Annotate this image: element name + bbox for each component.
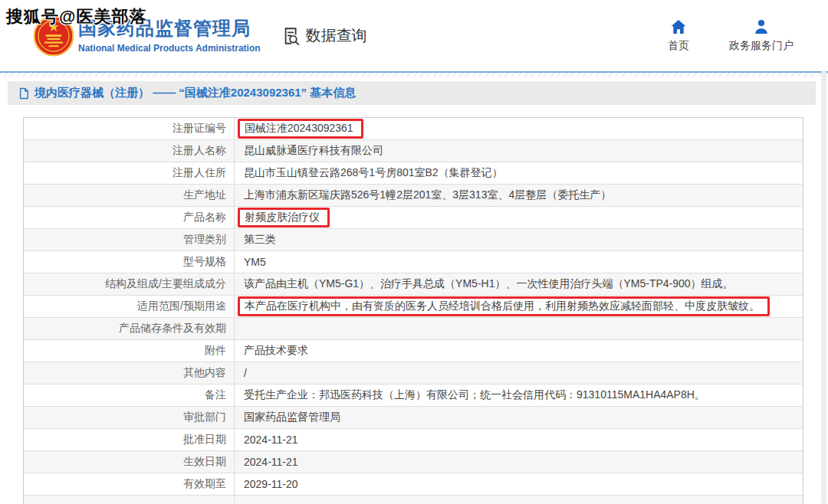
row-value-text: 受托生产企业：邦迅医药科技（上海）有限公司；统一社会信用代码：91310115M…: [244, 388, 705, 402]
table-row: 注册人名称 昆山威脉通医疗科技有限公司: [24, 140, 803, 162]
table-row: 注册人住所 昆山市玉山镇登云路268号1号房801室B2（集群登记）: [24, 162, 803, 185]
home-icon: [670, 19, 687, 34]
nav-portal-label: 政务服务门户: [729, 39, 794, 53]
row-value: 昆山市玉山镇登云路268号1号房801室B2（集群登记）: [235, 162, 803, 184]
user-icon: [753, 19, 770, 34]
sohu-watermark: 搜狐号@医美部落: [6, 5, 146, 28]
row-value-text: 2024-11-21: [244, 434, 298, 446]
row-value: 国家药品监督管理局: [235, 407, 803, 428]
row-label: 审批部门: [24, 407, 235, 428]
row-value-text: 本产品在医疗机构中，由有资质的医务人员经培训合格后使用，利用射频热效应减轻面部轻…: [238, 296, 770, 316]
row-label: 管理类别: [24, 229, 235, 250]
table-row: 批准日期 2024-11-21: [24, 429, 803, 451]
table-row: 有效期至 2029-11-20: [24, 473, 803, 496]
row-value-text: /: [244, 367, 247, 379]
row-label: 备注: [24, 385, 235, 406]
scrollbar[interactable]: [821, 70, 826, 504]
row-value-text: YM5: [244, 256, 266, 268]
table-row: 生效日期 2024-11-21: [24, 451, 803, 473]
row-label: 有效期至: [24, 473, 235, 495]
row-label: 附件: [24, 340, 235, 362]
row-value-text: 国家药品监督管理局: [244, 411, 340, 424]
breadcrumb-text: 境内医疗器械（注册） —— “国械注准20243092361” 基本信息: [34, 86, 356, 100]
row-value-text: 国械注准20243092361: [238, 119, 363, 139]
document-icon: [18, 87, 29, 100]
table-row: 型号规格 YM5: [24, 251, 803, 273]
row-value: [235, 318, 803, 339]
table-row: 管理类别 第三类: [24, 229, 803, 251]
content-wrapper: 境内医疗器械（注册） —— “国械注准20243092361” 基本信息 注册证…: [8, 81, 816, 504]
table-row: [24, 496, 803, 504]
row-value: 本产品在医疗机构中，由有资质的医务人员经培训合格后使用，利用射频热效应减轻面部轻…: [235, 296, 803, 317]
row-label: 其他内容: [24, 362, 235, 384]
row-value: 上海市浦东新区瑞庆路526号1幢2层201室、3层313室、4层整层（委托生产）: [235, 185, 803, 206]
row-value: 2024-11-21: [235, 451, 803, 473]
table-row: 备注 受托生产企业：邦迅医药科技（上海）有限公司；统一社会信用代码：913101…: [24, 385, 803, 407]
table-row: 结构及组成/主要组成成分 该产品由主机（YM5-G1）、治疗手具总成（YM5-H…: [24, 273, 803, 296]
row-value-text: 射频皮肤治疗仪: [238, 208, 330, 227]
row-value-text: 该产品由主机（YM5-G1）、治疗手具总成（YM5-H1）、一次性使用治疗头端（…: [244, 277, 734, 291]
data-query-label: 数据查询: [306, 25, 367, 46]
row-value: 产品技术要求: [235, 340, 803, 362]
row-value: 2029-11-20: [235, 473, 803, 495]
header-nav: 首页 政务服务门户: [668, 19, 794, 53]
row-label: 生产地址: [24, 185, 235, 206]
row-value-text: 2024-11-21: [244, 456, 298, 468]
row-label: 型号规格: [24, 251, 235, 273]
row-value: 国械注准20243092361: [235, 118, 803, 139]
row-label: 适用范围/预期用途: [24, 296, 235, 317]
row-value-text: 昆山市玉山镇登云路268号1号房801室B2（集群登记）: [244, 166, 503, 180]
row-value: [235, 496, 803, 504]
row-label: 产品储存条件及有效期: [24, 318, 235, 339]
table-row: 审批部门 国家药品监督管理局: [24, 407, 803, 429]
row-value: 昆山威脉通医疗科技有限公司: [235, 140, 803, 162]
row-value: /: [235, 362, 803, 384]
table-row: 注册证编号 国械注准20243092361: [24, 118, 803, 140]
nav-home-label: 首页: [668, 39, 689, 53]
agency-name-en: National Medical Products Administration: [78, 43, 261, 54]
row-value-text: 2029-11-20: [244, 478, 298, 490]
row-value: YM5: [235, 251, 803, 273]
table-row: 其他内容 /: [24, 362, 803, 385]
row-value-text: 产品技术要求: [244, 344, 308, 358]
row-value-text: 第三类: [244, 233, 276, 247]
nav-item-home[interactable]: 首页: [668, 19, 689, 53]
row-value: 该产品由主机（YM5-G1）、治疗手具总成（YM5-H1）、一次性使用治疗头端（…: [235, 273, 803, 295]
table-row: 生产地址 上海市浦东新区瑞庆路526号1幢2层201室、3层313室、4层整层（…: [24, 185, 803, 207]
table-row: 产品名称 射频皮肤治疗仪: [24, 207, 803, 229]
nav-item-portal[interactable]: 政务服务门户: [729, 19, 794, 53]
row-label: 结构及组成/主要组成成分: [24, 273, 235, 295]
table-row: 附件 产品技术要求: [24, 340, 803, 362]
row-value: 射频皮肤治疗仪: [235, 207, 803, 228]
registration-info-table: 注册证编号 国械注准20243092361 注册人名称 昆山威脉通医疗科技有限公…: [23, 117, 803, 504]
table-row: 适用范围/预期用途 本产品在医疗机构中，由有资质的医务人员经培训合格后使用，利用…: [24, 296, 803, 318]
document-search-icon: [282, 26, 302, 46]
row-label: 注册人名称: [24, 140, 235, 162]
row-label: 产品名称: [24, 207, 235, 228]
row-label: 批准日期: [24, 429, 235, 450]
data-query-link[interactable]: 数据查询: [282, 25, 367, 46]
row-label: [24, 496, 235, 504]
row-value-text: 上海市浦东新区瑞庆路526号1幢2层201室、3层313室、4层整层（委托生产）: [244, 188, 611, 202]
row-label: 注册证编号: [24, 118, 235, 139]
row-value: 第三类: [235, 229, 803, 250]
table-row: 产品储存条件及有效期: [24, 318, 803, 340]
header-divider-stripe: [0, 71, 828, 77]
row-label: 注册人住所: [24, 162, 235, 184]
row-value: 2024-11-21: [235, 429, 803, 450]
row-value-text: 昆山威脉通医疗科技有限公司: [244, 144, 383, 158]
breadcrumb: 境内医疗器械（注册） —— “国械注准20243092361” 基本信息: [8, 81, 816, 105]
row-value: 受托生产企业：邦迅医药科技（上海）有限公司；统一社会信用代码：91310115M…: [235, 385, 803, 406]
row-label: 生效日期: [24, 451, 235, 473]
